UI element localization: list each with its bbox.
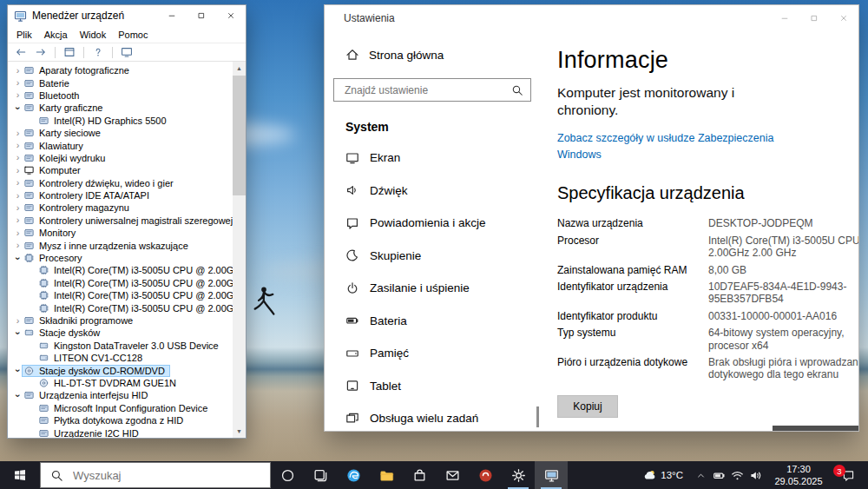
sidebar-item-obsługa-wielu-zadań[interactable]: Obsługa wielu zadań xyxy=(325,402,540,432)
collapse-arrow-icon[interactable]: › xyxy=(13,328,23,338)
tree-item[interactable]: ›Stacje dysków xyxy=(8,327,233,339)
volume-tray-button[interactable] xyxy=(746,461,765,489)
tree-item[interactable]: Intel(R) HD Graphics 5500 xyxy=(8,115,233,127)
scroll-down-icon[interactable]: ▼ xyxy=(233,425,246,438)
expand-arrow-icon[interactable]: › xyxy=(13,66,23,76)
settings-titlebar[interactable]: Ustawienia xyxy=(325,5,858,31)
tree-item[interactable]: Intel(R) Core(TM) i3-5005U CPU @ 2.00GHz xyxy=(8,289,233,301)
taskbar-search-box[interactable] xyxy=(40,462,271,488)
sidebar-item-dźwięk[interactable]: Dźwięk xyxy=(325,175,540,208)
collapse-arrow-icon[interactable]: › xyxy=(13,366,23,375)
tree-item[interactable]: Microsoft Input Configuration Device xyxy=(8,402,233,414)
sidebar-item-zasilanie-i-uśpienie[interactable]: Zasilanie i uśpienie xyxy=(325,272,540,305)
close-button[interactable] xyxy=(829,5,858,31)
expand-arrow-icon[interactable]: › xyxy=(13,129,23,138)
expand-arrow-icon[interactable]: › xyxy=(13,178,23,188)
edge-taskbar-button[interactable] xyxy=(337,461,370,489)
tree-item[interactable]: ›Mysz i inne urządzenia wskazujące xyxy=(8,239,233,251)
sidebar-item-tablet[interactable]: Tablet xyxy=(325,370,540,403)
tree-item[interactable]: Urządzenie I2C HID xyxy=(8,426,233,438)
tree-item[interactable]: ›Procesory xyxy=(8,252,233,264)
tree-item[interactable]: ›Bluetooth xyxy=(8,89,233,102)
scroll-up-icon[interactable]: ▲ xyxy=(233,62,246,75)
collapse-arrow-icon[interactable]: › xyxy=(13,391,23,400)
tree-item[interactable]: Intel(R) Core(TM) i3-5005U CPU @ 2.00GHz xyxy=(8,264,233,276)
expand-arrow-icon[interactable]: › xyxy=(13,166,23,175)
menu-akcja[interactable]: Akcja xyxy=(38,30,74,40)
settings-search-input[interactable] xyxy=(343,83,511,97)
tree-item[interactable]: Płytka dotykowa zgodna z HID xyxy=(8,414,233,426)
minimize-button[interactable] xyxy=(157,5,187,26)
tree-item[interactable]: LITEON CV1-CC128 xyxy=(8,352,233,364)
network-tray-button[interactable] xyxy=(728,461,746,489)
help-button[interactable] xyxy=(89,44,107,60)
expand-arrow-icon[interactable]: › xyxy=(13,90,23,100)
clock[interactable]: 17:30 29.05.2025 xyxy=(765,463,832,488)
maximize-button[interactable] xyxy=(187,5,216,26)
copy-button[interactable]: Kopiuj xyxy=(557,395,618,418)
start-button[interactable] xyxy=(0,461,40,489)
hidden-icons-button[interactable] xyxy=(691,461,710,489)
battery-tray-button[interactable] xyxy=(710,461,728,489)
explorer-taskbar-button[interactable] xyxy=(370,461,403,489)
sidebar-item-home[interactable]: Strona główna xyxy=(325,42,540,68)
tree-item[interactable]: ›Komputer xyxy=(8,164,233,176)
maximize-button[interactable] xyxy=(799,5,829,31)
expand-arrow-icon[interactable]: › xyxy=(13,141,23,150)
sidebar-item-pamięć[interactable]: Pamięć xyxy=(325,337,540,370)
expand-arrow-icon[interactable]: › xyxy=(13,228,23,238)
minimize-button[interactable] xyxy=(770,5,799,31)
expand-arrow-icon[interactable]: › xyxy=(13,241,23,250)
expand-arrow-icon[interactable]: › xyxy=(13,153,23,162)
tree-item[interactable]: ›Klawiatury xyxy=(8,139,233,151)
browser-taskbar-button[interactable] xyxy=(469,461,502,489)
tree-scrollbar[interactable]: ▲ ▼ xyxy=(233,62,246,438)
tree-item[interactable]: Kingston DataTraveler 3.0 USB Device xyxy=(8,340,233,352)
sidebar-item-powiadomienia-i-akcje[interactable]: Powiadomienia i akcje xyxy=(325,207,540,240)
expand-arrow-icon[interactable]: › xyxy=(13,78,23,88)
tree-item[interactable]: ›Karty sieciowe xyxy=(8,127,233,139)
menu-pomoc[interactable]: Pomoc xyxy=(112,30,154,40)
cortana-taskbar-button[interactable] xyxy=(271,461,304,489)
menu-plik[interactable]: Plik xyxy=(10,30,38,40)
tree-item[interactable]: ›Kontrolery magazynu xyxy=(8,202,233,214)
sidebar-scrollbar-thumb[interactable] xyxy=(536,406,539,427)
expand-arrow-icon[interactable]: › xyxy=(13,316,23,326)
sidebar-item-bateria[interactable]: Bateria xyxy=(325,305,540,338)
collapse-arrow-icon[interactable]: › xyxy=(13,254,23,263)
tree-item[interactable]: Intel(R) Core(TM) i3-5005U CPU @ 2.00GHz xyxy=(8,301,233,314)
tree-item[interactable]: ›Składniki programowe xyxy=(8,314,233,327)
arrow-left-button[interactable] xyxy=(12,44,30,60)
taskview-taskbar-button[interactable] xyxy=(304,461,337,489)
console-window-button[interactable] xyxy=(61,44,78,60)
tree-item[interactable]: ›Monitory xyxy=(8,227,233,239)
mail-taskbar-button[interactable] xyxy=(436,461,469,489)
action-center-button[interactable]: 3 xyxy=(832,461,864,489)
tree-item[interactable]: ›Aparaty fotograficzne xyxy=(8,64,233,76)
sidebar-item-ekran[interactable]: Ekran xyxy=(325,142,540,175)
expand-arrow-icon[interactable]: › xyxy=(13,215,23,225)
scrollbar-thumb[interactable] xyxy=(233,76,246,195)
arrow-right-button[interactable] xyxy=(32,44,49,60)
partial-button[interactable] xyxy=(773,426,859,432)
settings-search-box[interactable] xyxy=(333,78,531,102)
store-taskbar-button[interactable] xyxy=(403,461,436,489)
tree-item[interactable]: ›Stacje dysków CD-ROM/DVD xyxy=(8,364,233,376)
tree-item[interactable]: HL-DT-ST DVDRAM GUE1N xyxy=(8,377,233,389)
taskbar-search-input[interactable] xyxy=(71,468,270,483)
tree-item[interactable]: ›Kontrolery IDE ATA/ATAPI xyxy=(8,189,233,202)
device-manager-titlebar[interactable]: Menedżer urządzeń xyxy=(8,5,246,26)
tree-item[interactable]: ›Karty graficzne xyxy=(8,102,233,114)
settings-gear-taskbar-button[interactable] xyxy=(502,461,535,489)
security-details-link[interactable]: Zobacz szczegóły w usłudze Zabezpieczeni… xyxy=(557,130,793,163)
tree-item[interactable]: ›Kolejki wydruku xyxy=(8,152,233,164)
weather-widget[interactable]: 13°C xyxy=(635,468,691,482)
computer-button[interactable] xyxy=(118,44,135,60)
close-button[interactable] xyxy=(216,5,246,26)
tree-item[interactable]: ›Kontrolery dźwięku, wideo i gier xyxy=(8,177,233,189)
menu-widok[interactable]: Widok xyxy=(74,30,113,40)
expand-arrow-icon[interactable]: › xyxy=(13,203,23,213)
device-manager-taskbar-button[interactable] xyxy=(535,461,568,489)
tree-item[interactable]: ›Urządzenia interfejsu HID xyxy=(8,389,233,401)
sidebar-item-skupienie[interactable]: Skupienie xyxy=(325,240,540,273)
